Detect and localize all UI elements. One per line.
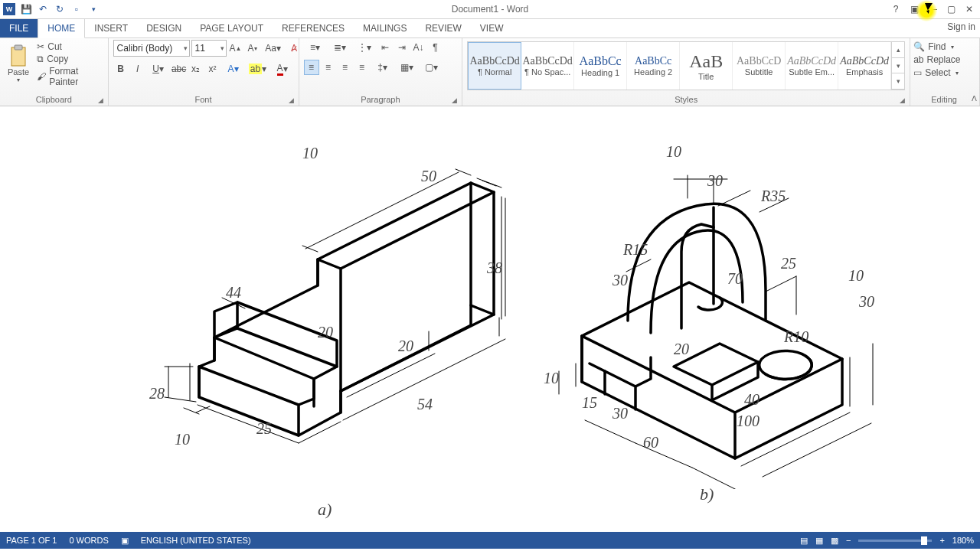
find-button[interactable]: 🔍Find▾ [913, 41, 975, 52]
style-subtle-em[interactable]: AaBbCcDdSubtle Em... [786, 42, 838, 90]
clipboard-launcher-icon[interactable]: ◢ [98, 96, 103, 104]
new-doc-icon[interactable]: ▫ [70, 3, 83, 15]
show-marks-button[interactable]: ¶ [428, 40, 443, 55]
font-color-button[interactable]: A▾ [271, 61, 294, 77]
close-icon[interactable]: ✕ [963, 3, 975, 15]
select-button[interactable]: ▭Select▾ [913, 67, 975, 78]
web-layout-icon[interactable]: ▩ [831, 536, 838, 546]
status-page[interactable]: PAGE 1 OF 1 [6, 536, 57, 545]
dim-b-30t: 30 [707, 172, 723, 190]
style-normal[interactable]: AaBbCcDd¶ Normal [468, 42, 521, 90]
help-icon[interactable]: ? [890, 3, 902, 15]
format-painter-button[interactable]: 🖌Format Painter [37, 66, 103, 87]
collapse-ribbon-icon[interactable]: ᐱ [972, 94, 977, 103]
styles-scroll[interactable]: ▴▾▾ [891, 42, 904, 90]
multilevel-button[interactable]: ⋮▾ [353, 40, 376, 55]
tab-view[interactable]: VIEW [471, 19, 513, 37]
dim-b-30l: 30 [612, 272, 628, 289]
align-right-button[interactable]: ≡ [338, 60, 353, 75]
numbering-button[interactable]: ≣▾ [328, 40, 351, 55]
dim-a-20h: 20 [318, 324, 333, 341]
paste-label: Paste [8, 67, 29, 77]
scissors-icon: ✂ [37, 41, 44, 52]
subscript-button[interactable]: x₂ [188, 61, 204, 77]
status-words[interactable]: 0 WORDS [69, 536, 108, 545]
replace-button[interactable]: abReplace [913, 54, 975, 65]
bold-button[interactable]: B [113, 61, 129, 77]
text-effects-button[interactable]: A▾ [222, 61, 245, 77]
redo-icon[interactable]: ↻ [54, 3, 66, 15]
style-heading2[interactable]: AaBbCcHeading 2 [627, 42, 680, 90]
dim-a-44: 44 [226, 284, 241, 302]
tab-review[interactable]: REVIEW [416, 19, 470, 37]
underline-button[interactable]: U▾ [147, 61, 170, 77]
highlight-button[interactable]: ab▾ [247, 61, 270, 77]
print-layout-icon[interactable]: ▦ [815, 536, 823, 546]
select-icon: ▭ [913, 67, 922, 78]
style-title[interactable]: AaBTitle [680, 42, 733, 90]
paragraph-launcher-icon[interactable]: ◢ [452, 96, 457, 104]
align-left-button[interactable]: ≡ [304, 60, 319, 75]
dim-a-38: 38 [487, 259, 502, 277]
save-icon[interactable]: 💾 [20, 3, 32, 15]
read-mode-icon[interactable]: ▤ [800, 536, 808, 546]
styles-gallery[interactable]: AaBbCcDd¶ Normal AaBbCcDd¶ No Spac... Aa… [467, 41, 905, 90]
borders-button[interactable]: ▢▾ [420, 60, 443, 75]
style-heading1[interactable]: AaBbCcHeading 1 [574, 42, 627, 90]
qat-customize-icon[interactable]: ▾ [87, 3, 100, 15]
sign-in-link[interactable]: Sign in [947, 21, 975, 32]
zoom-slider[interactable] [858, 540, 932, 542]
shrink-font-button[interactable]: A▾ [245, 41, 260, 56]
proofing-icon[interactable]: ▣ [121, 536, 129, 546]
font-launcher-icon[interactable]: ◢ [289, 96, 294, 104]
minimize-icon[interactable]: — [926, 3, 939, 15]
zoom-out-button[interactable]: − [846, 536, 851, 545]
tab-file[interactable]: FILE [0, 19, 38, 37]
align-center-button[interactable]: ≡ [321, 60, 336, 75]
sort-button[interactable]: A↓ [411, 40, 426, 55]
tab-home[interactable]: HOME [38, 18, 85, 38]
zoom-in-button[interactable]: + [939, 536, 944, 545]
tab-references[interactable]: REFERENCES [273, 19, 354, 37]
line-spacing-button[interactable]: ‡▾ [371, 60, 394, 75]
style-subtitle[interactable]: AaBbCcDSubtitle [733, 42, 786, 90]
style-no-spacing[interactable]: AaBbCcDd¶ No Spac... [521, 42, 574, 90]
dim-b-70: 70 [727, 270, 743, 288]
status-language[interactable]: ENGLISH (UNITED STATES) [141, 536, 251, 545]
superscript-button[interactable]: x² [205, 61, 220, 77]
decrease-indent-button[interactable]: ⇤ [377, 40, 393, 55]
tab-page-layout[interactable]: PAGE LAYOUT [191, 19, 273, 37]
document-canvas[interactable]: 10 50 38 20 54 25 10 28 44 20 a) [0, 106, 980, 532]
dim-b-30r: 30 [859, 293, 874, 311]
ribbon: Paste ▾ ✂Cut ⧉Copy 🖌Format Painter Clipb… [0, 38, 980, 106]
strikethrough-button[interactable]: abc [172, 61, 187, 77]
cut-button[interactable]: ✂Cut [37, 41, 103, 52]
paragraph-group-label: Paragraph [361, 95, 400, 104]
justify-button[interactable]: ≡ [354, 60, 370, 75]
dim-b-100: 100 [737, 412, 760, 430]
zoom-level[interactable]: 180% [952, 536, 974, 545]
paste-button[interactable]: Paste ▾ [5, 40, 32, 87]
ribbon-display-icon[interactable]: ▣ [908, 3, 920, 15]
svg-rect-1 [15, 45, 22, 50]
increase-indent-button[interactable]: ⇥ [394, 40, 410, 55]
shading-button[interactable]: ▦▾ [396, 60, 419, 75]
italic-button[interactable]: I [130, 61, 145, 77]
style-emphasis[interactable]: AaBbCcDdEmphasis [838, 42, 891, 90]
styles-launcher-icon[interactable]: ◢ [900, 96, 905, 104]
copy-button[interactable]: ⧉Copy [37, 54, 103, 64]
dim-a-50: 50 [421, 168, 436, 185]
font-size-combo[interactable]: 11 [191, 40, 227, 57]
dim-a-25: 25 [256, 420, 272, 438]
change-case-button[interactable]: Aa▾ [262, 41, 285, 56]
maximize-icon[interactable]: ▢ [945, 3, 957, 15]
status-bar: PAGE 1 OF 1 0 WORDS ▣ ENGLISH (UNITED ST… [0, 532, 980, 549]
bullets-button[interactable]: ≡▾ [304, 40, 327, 55]
dim-a-28: 28 [149, 385, 165, 403]
tab-mailings[interactable]: MAILINGS [354, 19, 416, 37]
font-name-combo[interactable]: Calibri (Body) [113, 40, 190, 57]
tab-insert[interactable]: INSERT [85, 19, 137, 37]
undo-icon[interactable]: ↶ [37, 3, 49, 15]
tab-design[interactable]: DESIGN [137, 19, 191, 37]
grow-font-button[interactable]: A▲ [228, 41, 243, 56]
